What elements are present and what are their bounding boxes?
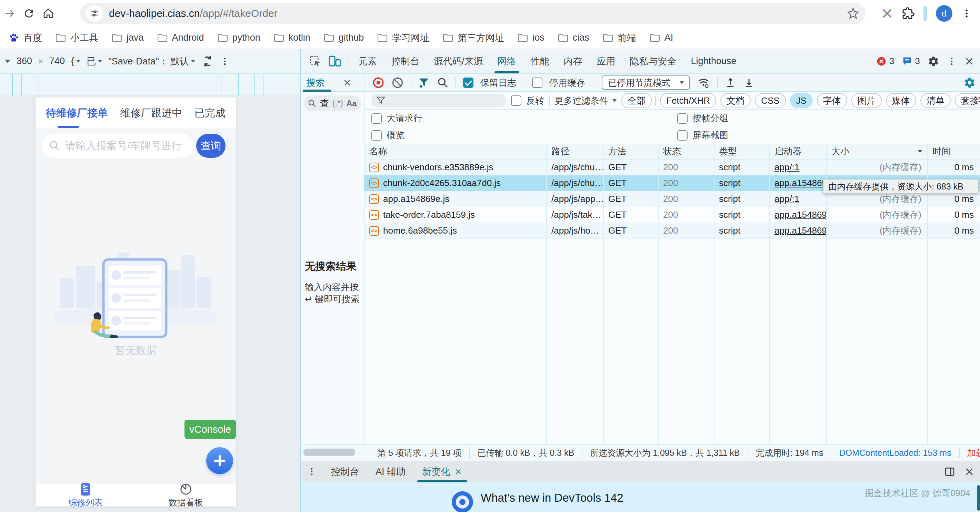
errors-badge[interactable]: 3 [876, 56, 894, 67]
big-rows-option[interactable]: 大请求行 [371, 113, 677, 124]
bookmark-baidu[interactable]: 百度 [8, 32, 42, 44]
drawer-tab[interactable]: 控制台 [323, 461, 367, 482]
nav-item-repair-list[interactable]: 综修列表 [35, 484, 136, 506]
request-initiator[interactable]: app/:1 [770, 191, 827, 207]
filter-chip[interactable]: 全部 [621, 93, 652, 108]
import-har-button[interactable] [724, 77, 736, 89]
search-requests-button[interactable] [437, 77, 449, 89]
extension-x-button[interactable] [881, 8, 893, 19]
app-tab[interactable]: 已完成 [194, 106, 226, 120]
profile-avatar[interactable]: d [936, 5, 952, 22]
group-by-frame-option[interactable]: 按帧分组 [677, 113, 980, 124]
filter-chip[interactable]: 图片 [851, 93, 882, 108]
toggle-device-toolbar-button[interactable] [325, 55, 345, 68]
drawer-tab[interactable]: AI 辅助 [367, 461, 414, 482]
app-tab[interactable]: 待维修厂接单 [46, 106, 108, 120]
filter-chip[interactable]: 套接字 [955, 93, 980, 108]
filter-chip[interactable]: 清单 [920, 93, 951, 108]
bookmark-folder[interactable]: cias [558, 32, 589, 43]
app-search-input[interactable] [65, 140, 182, 152]
search-panel-tab[interactable]: 搜索 [301, 74, 364, 92]
col-name[interactable]: 名称 [364, 144, 547, 159]
nav-item-dashboard[interactable]: 数据看板 [136, 484, 236, 506]
whats-new-title[interactable]: What's new in DevTools 142 [481, 491, 624, 504]
device-height[interactable]: 740 [49, 56, 65, 67]
col-type[interactable]: 类型 [714, 144, 770, 159]
request-initiator[interactable]: app.a154869e [770, 207, 827, 223]
vconsole-button[interactable]: vConsole [185, 420, 236, 439]
filter-chip[interactable]: JS [790, 93, 813, 108]
devtools-tab[interactable]: 控制台 [384, 49, 426, 73]
throttling-select[interactable]: 已停用节流模式 [602, 76, 690, 90]
col-path[interactable]: 路径 [547, 144, 603, 159]
bookmark-folder[interactable]: python [217, 32, 260, 43]
throttle-dropdown-mini[interactable]: 已 [87, 55, 102, 68]
app-query-button[interactable]: 查询 [196, 134, 226, 158]
request-initiator[interactable]: app.a154869e [770, 223, 827, 238]
preserve-log-checkbox[interactable] [463, 78, 473, 88]
network-settings-button[interactable] [963, 76, 980, 89]
horizontal-scrollbar[interactable] [304, 449, 355, 456]
network-request-row[interactable]: <>take-order.7aba8159.js /app/js/tak… GE… [364, 207, 980, 223]
split-panel-icon[interactable] [944, 466, 955, 477]
close-icon[interactable] [454, 468, 462, 476]
filter-input[interactable] [371, 94, 506, 108]
invert-filter-checkbox[interactable] [511, 95, 521, 106]
devtools-tab[interactable]: 应用 [590, 49, 623, 73]
bookmark-folder[interactable]: 学习网址 [377, 32, 429, 44]
filter-button[interactable] [418, 77, 430, 89]
site-settings-button[interactable] [86, 5, 103, 22]
zoom-dropdown[interactable]: { [71, 56, 80, 67]
network-conditions-button[interactable] [697, 76, 710, 89]
address-bar[interactable]: dev-haolipei.cias.cn/app/#/takeOrder [80, 3, 865, 24]
col-size[interactable]: 大小 [827, 144, 928, 159]
overview-option[interactable]: 概览 [371, 129, 677, 141]
bookmark-folder[interactable]: AI [649, 32, 673, 43]
bookmark-folder[interactable]: 第三方网址 [442, 32, 504, 44]
col-method[interactable]: 方法 [603, 144, 658, 159]
drawer-menu-button[interactable] [301, 467, 323, 477]
bookmark-folder[interactable]: java [111, 32, 144, 43]
filter-chip[interactable]: 字体 [817, 93, 847, 108]
device-preset-caret[interactable] [5, 60, 10, 63]
issues-badge[interactable]: 3 [902, 56, 920, 67]
bookmark-folder[interactable]: ios [517, 32, 544, 43]
devtools-tab[interactable]: 内存 [557, 49, 590, 73]
bookmark-folder[interactable]: github [323, 32, 364, 43]
drawer-scrollbar[interactable] [977, 485, 980, 510]
disable-cache-checkbox[interactable] [532, 78, 542, 88]
app-search-bar[interactable] [42, 134, 194, 158]
devtools-settings-button[interactable] [928, 55, 939, 67]
filter-chip[interactable]: 文档 [720, 93, 751, 108]
devtools-tab[interactable]: 源代码/来源 [426, 49, 490, 73]
save-data-dropdown[interactable]: "Save-Data"：默认 [108, 55, 195, 68]
home-button[interactable] [39, 4, 58, 23]
devtools-menu-button[interactable] [947, 57, 956, 66]
filter-chip[interactable]: 媒体 [886, 93, 916, 108]
bookmark-folder[interactable]: 小工具 [55, 32, 98, 44]
drawer-tab[interactable]: 新变化 [414, 461, 471, 482]
network-request-row[interactable]: <>chunk-vendors.e353889e.js /app/js/chu…… [364, 160, 980, 175]
bookmark-star-button[interactable] [847, 7, 859, 20]
more-filters-dropdown[interactable]: 更多过滤条件 [554, 95, 617, 107]
filter-chip[interactable]: CSS [755, 93, 786, 108]
inspect-element-button[interactable] [305, 55, 325, 68]
request-initiator[interactable]: app/:1 [770, 160, 827, 175]
export-har-button[interactable] [743, 77, 755, 89]
col-status[interactable]: 状态 [658, 144, 714, 159]
filter-chip[interactable]: Fetch/XHR [660, 93, 716, 108]
rotate-device-icon[interactable] [201, 55, 214, 68]
col-time[interactable]: 时间 [928, 144, 980, 159]
bookmark-folder[interactable]: 前端 [602, 32, 636, 44]
screenshots-option[interactable]: 屏幕截图 [677, 129, 980, 141]
devtools-tab[interactable]: Lighthouse [684, 49, 744, 73]
device-toolbar-menu-icon[interactable] [220, 57, 230, 66]
bookmark-folder[interactable]: Android [157, 32, 204, 43]
extensions-button[interactable] [902, 7, 915, 20]
network-request-row[interactable]: <>home.6a98be55.js /app/js/ho… GET 200 s… [364, 223, 980, 239]
device-width[interactable]: 360 [17, 56, 32, 67]
add-order-fab[interactable] [206, 447, 233, 474]
devtools-tab[interactable]: 性能 [523, 49, 557, 73]
clear-button[interactable] [391, 76, 404, 89]
app-tab[interactable]: 维修厂跟进中 [120, 106, 182, 120]
